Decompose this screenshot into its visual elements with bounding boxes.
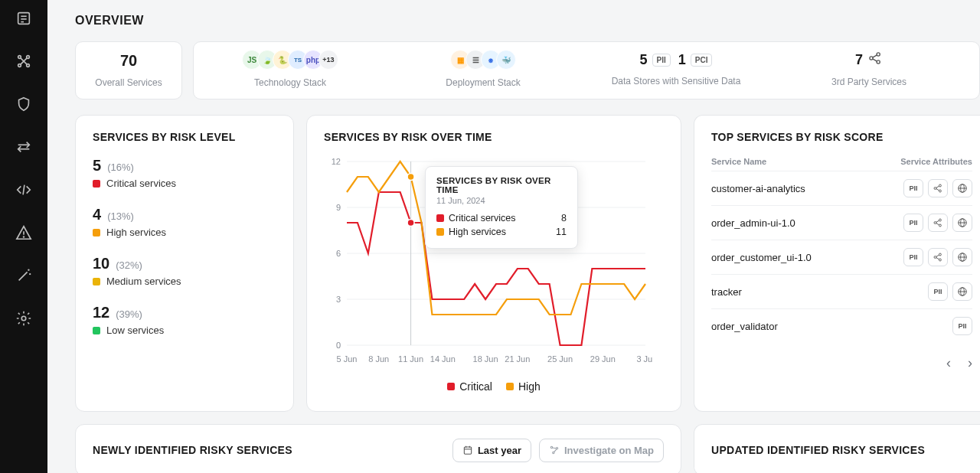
svg-line-51 xyxy=(936,186,939,188)
svg-rect-75 xyxy=(464,447,471,454)
summary-row: 70 Overall Services JS 🍃 🐍 TS php +13 Te… xyxy=(75,41,980,99)
updated-risky-card: UPDATED IDENTIFIED RISKY SERVICES xyxy=(694,424,980,473)
svg-text:18 Jun: 18 Jun xyxy=(473,354,498,364)
updated-risky-title: UPDATED IDENTIFIED RISKY SERVICES xyxy=(711,444,925,456)
col-service-attrs: Service Attributes xyxy=(900,157,972,166)
svg-text:9: 9 xyxy=(336,203,341,212)
svg-point-38 xyxy=(407,174,414,181)
service-row[interactable]: order_customer_ui-1.0PII xyxy=(711,240,972,274)
svg-text:3: 3 xyxy=(336,295,341,304)
service-row[interactable]: customer-ai-analyticsPII xyxy=(711,171,972,205)
svg-point-20 xyxy=(21,316,26,321)
deploy-stack-label: Deployment Stack xyxy=(446,77,520,88)
pii-badge: PII xyxy=(903,214,923,232)
nodes-icon xyxy=(867,51,883,69)
globe-icon xyxy=(952,248,972,266)
pii-badge: PII xyxy=(952,317,972,335)
third-party-label: 3rd Party Services xyxy=(831,77,906,87)
investigate-button[interactable]: Investigate on Map xyxy=(539,439,664,462)
svg-point-5 xyxy=(27,56,30,59)
risk-time-card: SERVICES BY RISK OVER TIME 0369125 Jun8 … xyxy=(306,115,681,412)
svg-line-83 xyxy=(554,449,557,452)
globe-icon xyxy=(952,282,972,301)
calendar-icon xyxy=(462,445,473,455)
nav-alert-icon[interactable] xyxy=(15,223,33,242)
risk-level-row[interactable]: 4(13%) High services xyxy=(93,206,276,238)
svg-line-15 xyxy=(19,272,28,280)
risk-level-card: SERVICES BY RISK LEVEL 5(16%) Critical s… xyxy=(75,115,294,412)
col-service-name: Service Name xyxy=(711,157,766,166)
risk-level-row[interactable]: 5(16%) Critical services xyxy=(93,157,276,189)
sensitive-data-col[interactable]: 5PII 1PCI Data Stores with Sensitive Dat… xyxy=(580,42,773,99)
svg-text:29 Jun: 29 Jun xyxy=(590,354,616,364)
svg-line-59 xyxy=(936,220,939,222)
svg-line-68 xyxy=(936,258,939,259)
svg-text:21 Jun: 21 Jun xyxy=(505,354,530,364)
svg-point-7 xyxy=(27,64,30,67)
svg-text:3 Jul: 3 Jul xyxy=(636,354,653,364)
deploy-stack-col[interactable]: ▦ ☰ ⎈ 🐳 Deployment Stack xyxy=(387,42,580,99)
svg-line-24 xyxy=(873,55,877,57)
tech-stack-col[interactable]: JS 🍃 🐍 TS php +13 Technology Stack xyxy=(194,42,387,99)
new-risky-title: NEWLY IDENTIFIED RISKY SERVICES xyxy=(93,444,292,456)
svg-point-37 xyxy=(407,220,414,227)
svg-text:25 Jun: 25 Jun xyxy=(547,354,573,364)
date-range-button[interactable]: Last year xyxy=(452,439,531,462)
nodes-icon xyxy=(928,179,948,197)
svg-text:6: 6 xyxy=(336,249,341,258)
nav-graph-icon[interactable] xyxy=(15,52,33,70)
risk-level-row[interactable]: 10(32%) Medium services xyxy=(93,255,276,287)
chart-tooltip: SERVICES BY RISK OVER TIME 11 Jun, 2024 … xyxy=(425,166,578,249)
svg-point-14 xyxy=(24,236,24,237)
pager-next[interactable]: › xyxy=(968,355,972,371)
svg-point-6 xyxy=(18,64,21,67)
nav-code-icon[interactable] xyxy=(15,181,33,199)
risk-level-row[interactable]: 12(39%) Low services xyxy=(93,304,276,336)
chart-legend: Critical High xyxy=(324,380,664,393)
new-risky-card: NEWLY IDENTIFIED RISKY SERVICES Last yea… xyxy=(75,424,681,473)
svg-text:12: 12 xyxy=(332,157,341,166)
svg-line-25 xyxy=(873,59,877,61)
svg-text:0: 0 xyxy=(336,341,341,350)
svg-text:5 Jun: 5 Jun xyxy=(337,354,358,364)
pii-badge: PII xyxy=(903,179,923,197)
svg-point-4 xyxy=(18,56,21,59)
svg-text:14 Jun: 14 Jun xyxy=(430,354,456,364)
pager-prev[interactable]: ‹ xyxy=(946,355,951,371)
tech-stack-icons: JS 🍃 🐍 TS php +13 xyxy=(242,50,338,70)
nav-shield-icon[interactable] xyxy=(15,95,33,113)
map-icon xyxy=(549,445,560,455)
page-title: OVERVIEW xyxy=(75,14,980,28)
globe-icon xyxy=(952,214,972,232)
sidebar-nav xyxy=(0,0,47,473)
summary-overall-card[interactable]: 70 Overall Services xyxy=(75,41,182,99)
pii-badge: PII xyxy=(928,282,948,301)
nav-transfer-icon[interactable] xyxy=(15,138,33,156)
nodes-icon xyxy=(928,214,948,232)
pager: ‹ › xyxy=(711,355,972,371)
service-row[interactable]: order_validatorPII xyxy=(711,308,972,343)
svg-text:8 Jun: 8 Jun xyxy=(368,354,389,364)
svg-text:11 Jun: 11 Jun xyxy=(398,354,423,364)
overall-count: 70 xyxy=(120,52,137,70)
sensitive-label: Data Stores with Sensitive Data xyxy=(612,76,741,86)
svg-line-60 xyxy=(936,223,939,225)
service-row[interactable]: order_admin-ui-1.0PII xyxy=(711,205,972,240)
summary-rest-card: JS 🍃 🐍 TS php +13 Technology Stack ▦ ☰ ⎈ xyxy=(193,41,980,99)
risk-time-title: SERVICES BY RISK OVER TIME xyxy=(324,131,664,143)
svg-line-67 xyxy=(936,255,939,256)
third-party-col[interactable]: 7 3rd Party Services xyxy=(773,42,979,99)
nav-wand-icon[interactable] xyxy=(15,266,33,285)
nav-overview-icon[interactable] xyxy=(15,9,33,28)
svg-point-80 xyxy=(556,448,557,449)
nav-settings-icon[interactable] xyxy=(15,309,33,328)
svg-line-52 xyxy=(936,189,939,191)
service-row[interactable]: trackerPII xyxy=(711,274,972,308)
top-services-title: TOP SERVICES BY RISK SCORE xyxy=(711,131,972,143)
risk-level-title: SERVICES BY RISK LEVEL xyxy=(93,131,276,143)
tech-stack-label: Technology Stack xyxy=(254,77,326,88)
pii-badge: PII xyxy=(903,248,923,266)
nodes-icon xyxy=(928,248,948,266)
svg-line-12 xyxy=(23,185,24,195)
top-services-card: TOP SERVICES BY RISK SCORE Service Name … xyxy=(694,115,980,412)
